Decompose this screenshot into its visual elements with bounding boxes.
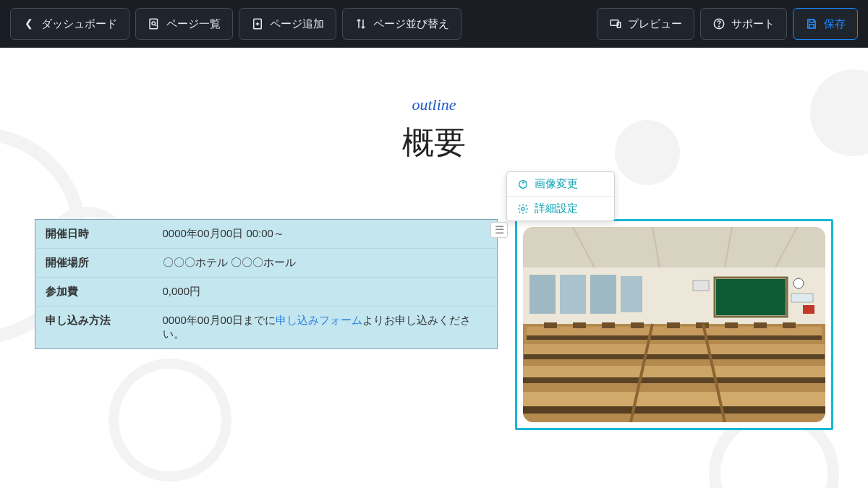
deco-circle [615, 120, 680, 185]
image-frame [515, 219, 833, 430]
svg-rect-47 [754, 322, 767, 328]
chevron-left-icon: ❮ [22, 17, 35, 30]
svg-rect-46 [725, 322, 738, 328]
devices-icon [609, 17, 622, 30]
svg-rect-0 [150, 19, 158, 29]
context-change-image[interactable]: 画像変更 [507, 172, 614, 196]
table-row: 開催日時 0000年00月00日 00:00～ [35, 220, 498, 249]
context-change-image-label: 画像変更 [535, 177, 578, 191]
preview-label: プレビュー [628, 17, 682, 31]
svg-rect-33 [527, 335, 822, 340]
svg-rect-35 [524, 354, 825, 359]
preview-button[interactable]: プレビュー [597, 8, 694, 40]
hamburger-icon: ☰ [495, 223, 504, 236]
info-table-block[interactable]: 開催日時 0000年00月00日 00:00～ 開催場所 〇〇〇ホテル 〇〇〇ホ… [35, 219, 498, 349]
svg-rect-29 [791, 294, 813, 302]
support-button[interactable]: サポート [700, 8, 787, 40]
page-add-icon [251, 17, 264, 30]
row-label: 申し込み方法 [35, 307, 158, 349]
svg-rect-39 [523, 406, 825, 414]
page-sort-button[interactable]: ページ並び替え [342, 8, 461, 40]
svg-rect-22 [560, 275, 586, 314]
save-label: 保存 [824, 17, 846, 31]
table-row: 開催場所 〇〇〇ホテル 〇〇〇ホール [35, 249, 498, 278]
svg-rect-23 [590, 275, 616, 314]
svg-rect-48 [783, 322, 796, 328]
classroom-image [523, 227, 825, 422]
table-row: 申し込み方法 0000年00月00日までに申し込みフォームよりお申し込みください… [35, 307, 498, 349]
svg-rect-25 [716, 279, 786, 315]
image-block[interactable]: 画像変更 詳細設定 [515, 219, 833, 430]
svg-point-9 [719, 26, 720, 27]
svg-rect-37 [523, 377, 825, 383]
row-value: 0,000円 [158, 278, 498, 307]
table-menu-handle[interactable]: ☰ [490, 222, 508, 238]
page-list-label: ページ一覧 [166, 17, 221, 31]
svg-rect-24 [621, 276, 642, 312]
search-page-icon [148, 17, 161, 30]
svg-rect-42 [602, 322, 615, 328]
svg-point-13 [522, 207, 524, 210]
svg-rect-15 [523, 227, 825, 267]
support-label: サポート [731, 17, 775, 31]
topbar: ❮ ダッシュボード ページ一覧 ページ追加 ページ並び替え プレビュー サポート… [0, 0, 868, 48]
apply-text-before: 0000年00月00日までに [163, 314, 276, 326]
svg-rect-34 [524, 344, 825, 354]
page-add-button[interactable]: ページ追加 [239, 8, 336, 40]
svg-rect-28 [693, 281, 709, 291]
save-icon [805, 17, 818, 30]
table-row: 参加費 0,000円 [35, 278, 498, 307]
outline-content: 開催日時 0000年00月00日 00:00～ 開催場所 〇〇〇ホテル 〇〇〇ホ… [0, 219, 868, 430]
help-icon [712, 17, 726, 30]
page-list-button[interactable]: ページ一覧 [135, 8, 233, 40]
svg-rect-10 [809, 20, 814, 22]
row-value: 0000年00月00日 00:00～ [158, 220, 498, 249]
svg-rect-30 [803, 305, 814, 314]
svg-rect-21 [529, 275, 556, 314]
image-context-menu: 画像変更 詳細設定 [506, 171, 615, 221]
context-advanced-label: 詳細設定 [535, 202, 578, 215]
image-preview [523, 227, 825, 422]
info-table: 開催日時 0000年00月00日 00:00～ 開催場所 〇〇〇ホテル 〇〇〇ホ… [35, 219, 498, 349]
section-title: 概要 [0, 121, 868, 164]
row-label: 開催場所 [35, 249, 158, 278]
context-advanced[interactable]: 詳細設定 [507, 196, 614, 221]
section-subtitle: outline [0, 95, 868, 114]
svg-rect-38 [523, 392, 825, 406]
refresh-icon [517, 179, 529, 190]
row-value: 〇〇〇ホテル 〇〇〇ホール [158, 249, 498, 278]
svg-point-27 [793, 278, 804, 288]
svg-rect-36 [523, 366, 825, 377]
svg-rect-43 [631, 322, 644, 328]
svg-rect-41 [573, 322, 586, 328]
page-add-label: ページ追加 [270, 17, 324, 31]
row-value: 0000年00月00日までに申し込みフォームよりお申し込みください。 [158, 307, 498, 349]
svg-rect-44 [667, 322, 680, 328]
gear-icon [517, 203, 529, 215]
save-button[interactable]: 保存 [793, 8, 858, 40]
page-canvas: outline 概要 開催日時 0000年00月00日 00:00～ 開催場所 … [0, 48, 868, 488]
svg-rect-11 [809, 25, 814, 28]
svg-line-2 [155, 25, 156, 26]
dashboard-button[interactable]: ❮ ダッシュボード [10, 8, 129, 40]
page-sort-label: ページ並び替え [373, 17, 449, 31]
apply-form-link[interactable]: 申し込みフォーム [276, 314, 362, 326]
row-label: 参加費 [35, 278, 158, 307]
dashboard-label: ダッシュボード [41, 17, 117, 31]
sort-icon [354, 17, 367, 30]
row-label: 開催日時 [35, 220, 158, 249]
svg-rect-40 [544, 322, 557, 328]
